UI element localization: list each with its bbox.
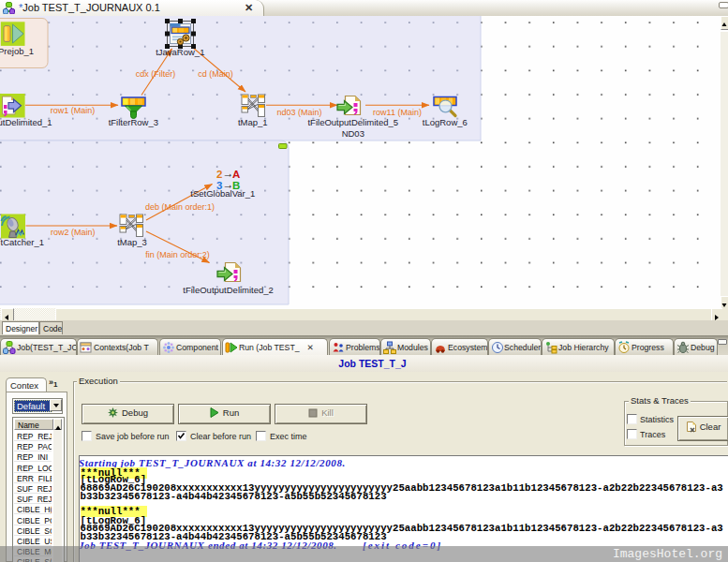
svg-text:fin (Main order:2): fin (Main order:2) — [145, 250, 210, 259]
svg-text:tJavaRow_1: tJavaRow_1 — [156, 47, 204, 57]
svg-text:cd (Main): cd (Main) — [198, 69, 233, 79]
svg-text:nd03 (Main): nd03 (Main) — [276, 108, 321, 117]
svg-text:cdx (Filter): cdx (Filter) — [136, 69, 176, 79]
svg-text:tFileOutputDelimited_5: tFileOutputDelimited_5 — [307, 117, 398, 127]
svg-text:tMap_1: tMap_1 — [238, 117, 268, 127]
svg-text:Prejob_1: Prejob_1 — [0, 46, 34, 56]
svg-text:tFilterRow_3: tFilterRow_3 — [109, 117, 158, 127]
svg-text:row1 (Main): row1 (Main) — [51, 106, 96, 115]
svg-text:tSetGlobalVar_1: tSetGlobalVar_1 — [190, 188, 255, 199]
svg-text:ND03: ND03 — [342, 128, 364, 139]
svg-text:tMap_3: tMap_3 — [117, 237, 147, 247]
svg-text:row2 (Main): row2 (Main) — [51, 228, 96, 237]
svg-text:row11 (Main): row11 (Main) — [373, 108, 422, 117]
svg-text:2: 2 — [216, 169, 222, 180]
svg-text:tCatcher_1: tCatcher_1 — [1, 237, 44, 247]
svg-text:tLogRow_6: tLogRow_6 — [423, 117, 468, 127]
svg-text:tFileOutputDelimited_2: tFileOutputDelimited_2 — [183, 285, 274, 295]
svg-text:tFileInputDelimited_1: tFileInputDelimited_1 — [0, 117, 52, 127]
svg-text:deb (Main order:1): deb (Main order:1) — [145, 202, 215, 212]
